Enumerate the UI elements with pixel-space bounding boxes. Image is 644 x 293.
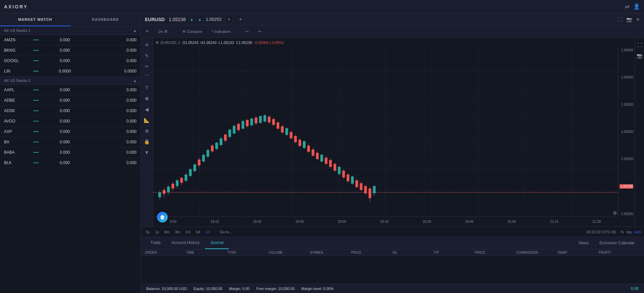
tab-trade[interactable]: Trade <box>145 237 166 249</box>
svg-rect-18 <box>158 192 161 197</box>
svg-rect-106 <box>351 177 354 184</box>
time-label-4: 20:00 <box>338 220 346 224</box>
crosshair-tool[interactable]: ✛ <box>144 28 151 35</box>
close-panel-icon[interactable]: ✕ <box>636 17 640 22</box>
screenshot-icon[interactable]: 📷 <box>635 51 644 60</box>
list-item[interactable]: AXP 0.000 0.000 <box>0 127 141 137</box>
svg-rect-110 <box>360 183 363 190</box>
auto-toggle[interactable]: auto <box>634 230 641 234</box>
bottom-content: ORDER TIME TYPE VOLUME SYMBOL PRICE S/L … <box>141 249 644 284</box>
period-5y[interactable]: 5y <box>144 229 152 235</box>
svg-rect-34 <box>194 164 196 171</box>
svg-rect-36 <box>198 159 201 165</box>
list-item[interactable]: BKNG 0.000 0.000 <box>0 45 141 56</box>
arrow-left-btn[interactable]: ◀ <box>142 105 152 114</box>
market-watch-content: AX US Stocks 1 ▲ AMZN 0.000 0.000 BKNG 0… <box>0 27 141 293</box>
svg-rect-66 <box>263 115 266 121</box>
list-item[interactable]: AMZN 0.000 0.000 <box>0 35 141 45</box>
symbol-bid: 0.0000 <box>41 69 89 74</box>
chart-options: % log auto <box>621 230 641 234</box>
camera-icon[interactable]: 📷 <box>626 17 632 22</box>
time-label-10: 21:30 <box>592 220 601 224</box>
network-tool-btn[interactable]: ❋ <box>142 94 152 103</box>
ohlc-symbol: ⊞ <box>156 40 159 45</box>
list-item[interactable]: BLK 0.000 0.000 <box>0 158 141 168</box>
chart-settings-icon[interactable]: ⚙ <box>613 210 617 216</box>
goto-button[interactable]: Go to... <box>218 229 234 235</box>
user-icon[interactable]: 👤 <box>633 3 640 10</box>
tab-journal[interactable]: Journal <box>205 237 229 249</box>
tab-news[interactable]: News <box>573 237 594 249</box>
svg-rect-62 <box>255 117 257 123</box>
svg-rect-94 <box>325 158 327 164</box>
period-1d[interactable]: 1d <box>203 229 212 235</box>
tab-economic-calendar[interactable]: Economic Calendar <box>594 237 640 249</box>
group-header-1[interactable]: AX US Stocks 1 ▲ <box>0 27 141 35</box>
bottom-tabs: Trade Account History Journal News Econo… <box>141 237 644 249</box>
compare-button[interactable]: ⊕ Compare <box>180 28 204 35</box>
undo-button[interactable]: ↩ <box>244 28 251 35</box>
symbol-bid: 0.000 <box>41 150 89 155</box>
group-header-2[interactable]: AX US Stocks 2 ▲ <box>0 77 141 85</box>
scissors-tool-btn[interactable]: ✂ <box>142 62 152 71</box>
expand-full-icon[interactable]: ⛶ <box>635 40 644 50</box>
list-item[interactable]: AAPL 0.000 0.000 <box>0 85 141 95</box>
crosshair-tool-btn[interactable]: ✛ <box>142 40 152 50</box>
lock-btn[interactable]: 🔒 <box>142 137 152 146</box>
dash-indicator <box>31 121 41 121</box>
th-profit: PROFIT <box>599 251 640 254</box>
curve-tool-btn[interactable]: ⌒ <box>142 72 152 82</box>
add-chart-button[interactable]: ＋ <box>238 16 243 23</box>
floating-avatar[interactable] <box>157 212 168 223</box>
compare-label: Compare <box>187 30 202 34</box>
tab-account-history[interactable]: Account History <box>166 237 205 249</box>
chart-price-secondary: 1.05252 <box>206 17 222 22</box>
svg-rect-64 <box>259 116 262 123</box>
settings-icon[interactable]: ⇄ <box>625 3 629 10</box>
tab-dashboard[interactable]: DASHBOARD <box>70 13 141 26</box>
redo-button[interactable]: ↪ <box>256 28 263 35</box>
list-item[interactable]: AVGO 0.000 0.000 <box>0 116 141 127</box>
symbol-bid: 0.000 <box>41 119 89 124</box>
symbol-bid: 0.000 <box>41 38 89 42</box>
symbol-ask: 0.000 <box>89 98 137 103</box>
list-item[interactable]: BABA 0.000 0.000 <box>0 147 141 158</box>
symbol-bid: 0.000 <box>41 140 89 144</box>
tab-market-watch[interactable]: MARKET WATCH <box>0 13 70 26</box>
price-level-3: 1.05350 <box>620 103 633 106</box>
expand-icon[interactable]: ⛶ <box>618 17 622 22</box>
list-item[interactable]: LIN 0.0000 0.0000 <box>0 66 141 77</box>
indicators-button[interactable]: ⌇ Indicators <box>210 28 233 35</box>
percent-toggle[interactable]: % <box>621 230 624 234</box>
dash-indicator <box>31 40 41 40</box>
expand-tools-btn[interactable]: ▼ <box>142 148 152 157</box>
ohlc-bar: ⊞ EURUSD, 1 O1.05243 H1.05243 L1.05233 C… <box>156 40 284 45</box>
pen-tool-btn[interactable]: ✎ <box>142 51 152 60</box>
period-1y[interactable]: 1y <box>153 229 162 235</box>
period-5d[interactable]: 5d <box>194 229 202 235</box>
timeframe-selector[interactable]: 1m ⊞ <box>156 28 169 35</box>
chart-main: ⊞ EURUSD, 1 O1.05243 H1.05243 L1.05233 C… <box>153 38 635 227</box>
ruler-tool-btn[interactable]: 📐 <box>142 115 152 125</box>
list-item[interactable]: ADBE 0.000 0.000 <box>0 95 141 106</box>
time-label-1: 19:15 <box>211 220 219 224</box>
header-icons: ⛶ 📷 ✕ <box>618 17 640 22</box>
symbol-bid: 0.000 <box>41 108 89 113</box>
svg-rect-22 <box>167 187 170 192</box>
dash-indicator <box>31 60 41 61</box>
list-item[interactable]: ADSK 0.000 0.000 <box>0 106 141 116</box>
text-tool-btn[interactable]: T <box>142 83 152 93</box>
chart-header: EURUSD 1.05238 ▲ ▲ 1.05252 ✕ ＋ ⛶ 📷 ✕ <box>141 13 644 26</box>
list-item[interactable]: GOOGL 0.000 0.000 <box>0 56 141 66</box>
period-3m[interactable]: 3m <box>173 229 182 235</box>
zoom-in-btn[interactable]: ⊕ <box>142 126 152 136</box>
list-item[interactable]: BA 0.000 0.000 <box>0 137 141 147</box>
price-level-4: 1.05300 <box>620 130 633 134</box>
svg-rect-100 <box>338 167 340 174</box>
period-6m[interactable]: 6m <box>162 229 172 235</box>
table-header: ORDER TIME TYPE VOLUME SYMBOL PRICE S/L … <box>141 249 644 256</box>
period-1m[interactable]: 1m <box>183 229 193 235</box>
log-toggle[interactable]: log <box>627 230 632 234</box>
svg-rect-92 <box>320 155 323 161</box>
close-chart-button[interactable]: ✕ <box>226 16 232 23</box>
